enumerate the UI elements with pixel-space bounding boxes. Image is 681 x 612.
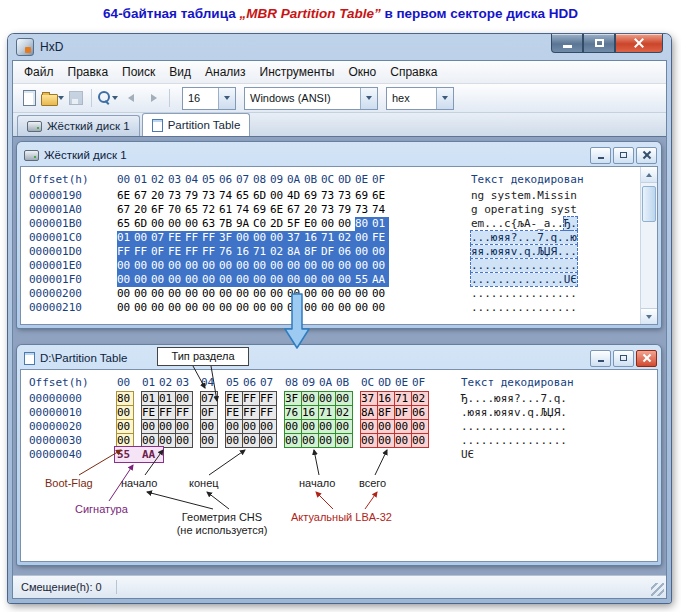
hex-byte[interactable]: FF	[259, 405, 277, 420]
hex-byte[interactable]: 65	[236, 189, 253, 203]
maximize-button[interactable]	[613, 147, 634, 164]
hex-byte[interactable]: 00	[168, 259, 185, 273]
hex-byte[interactable]: 00	[270, 259, 287, 273]
hex-byte[interactable]: 00	[236, 231, 253, 245]
hex-byte[interactable]: 00	[185, 259, 202, 273]
decoded-text[interactable]: ...юяя?...7.q..ю	[471, 231, 577, 245]
minimize-button[interactable]	[590, 350, 611, 367]
hex-byte[interactable]: 07	[151, 231, 168, 245]
hex-byte[interactable]: 16	[301, 405, 319, 420]
hex-byte[interactable]: 73	[168, 189, 185, 203]
menu-window[interactable]: Окно	[341, 62, 383, 82]
hex-byte[interactable]: 00	[236, 259, 253, 273]
vertical-scrollbar[interactable]	[640, 167, 657, 324]
hex-byte[interactable]: 00	[301, 391, 319, 406]
hex-byte[interactable]: 00	[253, 287, 270, 301]
hex-byte[interactable]: 00	[394, 433, 412, 448]
hex-byte[interactable]: 00	[134, 301, 151, 315]
hex-byte[interactable]: 00	[360, 433, 378, 448]
hex-byte[interactable]: FE	[168, 245, 185, 259]
hex-byte[interactable]: FE	[225, 405, 243, 420]
hex-byte[interactable]: 00	[411, 433, 429, 448]
hex-byte[interactable]: 61	[219, 203, 236, 217]
hex-byte[interactable]: FF	[202, 231, 219, 245]
hex-byte[interactable]: 00	[301, 433, 319, 448]
hex-byte[interactable]: 00	[259, 419, 277, 434]
hex-byte[interactable]: 00	[259, 433, 277, 448]
hex-byte[interactable]: 00	[338, 273, 355, 287]
hex-byte[interactable]: 0F	[200, 405, 218, 420]
hex-byte[interactable]: 00	[185, 301, 202, 315]
new-file-button[interactable]	[18, 87, 41, 110]
hex-byte[interactable]: 8F	[304, 245, 321, 259]
decoded-text[interactable]: ................	[461, 434, 567, 448]
maximize-button[interactable]	[583, 34, 615, 53]
hex-byte[interactable]: 76	[284, 405, 302, 420]
hex-byte[interactable]: C0	[253, 217, 270, 231]
hex-byte[interactable]: 00	[321, 273, 338, 287]
hex-byte[interactable]: 73	[355, 203, 372, 217]
decoded-text[interactable]: ................	[471, 259, 577, 273]
hex-byte[interactable]: 00	[335, 391, 353, 406]
hex-byte[interactable]: 63	[202, 217, 219, 231]
hex-byte[interactable]: 00	[236, 287, 253, 301]
hex-byte[interactable]: 0F	[151, 245, 168, 259]
hex-byte[interactable]: 00	[253, 301, 270, 315]
hex-byte[interactable]: FE	[141, 405, 159, 420]
tab-partition-table[interactable]: Partition Table	[142, 113, 251, 136]
minimize-button[interactable]	[590, 147, 611, 164]
hex-byte[interactable]: 20	[134, 203, 151, 217]
hex-byte[interactable]: 00	[151, 273, 168, 287]
hex-byte[interactable]: 00	[284, 433, 302, 448]
hex-byte[interactable]: 00	[134, 231, 151, 245]
hex-byte[interactable]: 00	[134, 287, 151, 301]
hex-byte[interactable]: 00	[377, 419, 395, 434]
menu-help[interactable]: Справка	[383, 62, 444, 82]
hex-byte[interactable]: 00	[219, 287, 236, 301]
hex-byte[interactable]: 00	[175, 433, 193, 448]
hex-byte[interactable]: 06	[411, 405, 429, 420]
hex-byte[interactable]: 16	[377, 391, 395, 406]
hex-byte[interactable]: FF	[202, 245, 219, 259]
save-button[interactable]	[64, 87, 87, 110]
decoded-text[interactable]: ................	[471, 287, 577, 301]
hex-byte[interactable]: 00	[151, 287, 168, 301]
hex-byte[interactable]: 06	[338, 245, 355, 259]
hex-byte[interactable]: 76	[219, 245, 236, 259]
hex-byte[interactable]: 00	[117, 287, 134, 301]
hex-byte[interactable]: 69	[304, 189, 321, 203]
hex-byte[interactable]: 01	[372, 217, 389, 231]
hex-byte[interactable]: 00	[411, 419, 429, 434]
hex-byte[interactable]: 00	[304, 301, 321, 315]
hex-byte[interactable]: FF	[185, 231, 202, 245]
hex-byte[interactable]: 00	[151, 259, 168, 273]
hex-byte[interactable]: FE	[168, 231, 185, 245]
hex-byte[interactable]: 00	[372, 259, 389, 273]
combo-arrow-button[interactable]	[360, 88, 377, 109]
open-file-button[interactable]	[41, 87, 64, 110]
hex-byte[interactable]: 00	[202, 287, 219, 301]
hex-byte[interactable]: FE	[372, 231, 389, 245]
hex-byte[interactable]: 02	[335, 405, 353, 420]
hex-byte[interactable]: 00	[117, 301, 134, 315]
hex-byte[interactable]: 8A	[360, 405, 378, 420]
decoded-text[interactable]: g operating syst	[471, 203, 577, 217]
hex-byte[interactable]: 00	[372, 245, 389, 259]
hex-byte[interactable]: 00	[151, 301, 168, 315]
hex-byte[interactable]: FF	[117, 245, 134, 259]
hex-byte[interactable]: 00	[270, 273, 287, 287]
hex-byte[interactable]: FF	[242, 391, 260, 406]
hex-byte[interactable]: 00	[158, 419, 176, 434]
hex-byte[interactable]: 00	[287, 259, 304, 273]
hex-byte[interactable]: 37	[287, 231, 304, 245]
hex-byte[interactable]: 02	[411, 391, 429, 406]
hex-byte[interactable]: 00	[236, 273, 253, 287]
hex-byte[interactable]: 71	[394, 391, 412, 406]
hex-byte[interactable]: 67	[134, 189, 151, 203]
hex-byte[interactable]: 02	[270, 245, 287, 259]
back-button[interactable]	[119, 87, 142, 110]
tab-disk[interactable]: Жёсткий диск 1	[17, 115, 140, 136]
hex-byte[interactable]: 70	[168, 203, 185, 217]
decoded-text[interactable]: .юяя.юяяv.q.ЉЏЯ.	[461, 406, 567, 420]
hex-byte[interactable]: 67	[117, 203, 134, 217]
